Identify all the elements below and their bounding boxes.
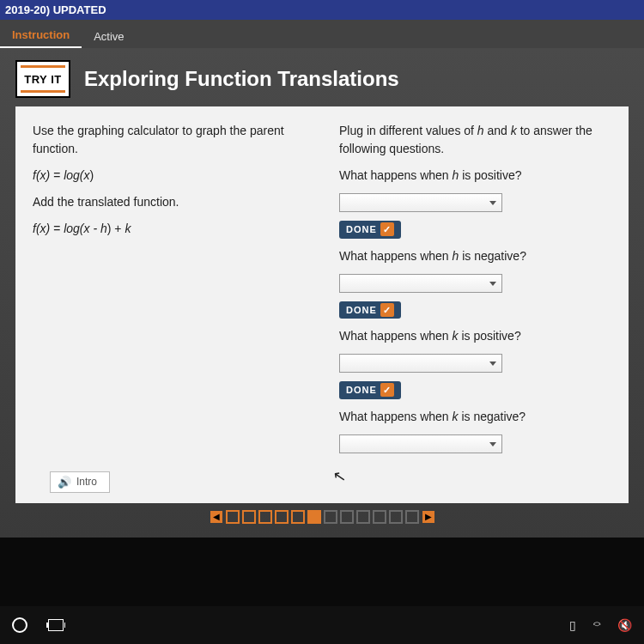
lesson-frame: TRY IT Exploring Function Translations U…: [0, 48, 644, 538]
cortana-icon[interactable]: [12, 617, 27, 633]
pager-step-4[interactable]: [275, 510, 289, 524]
pager-step-10[interactable]: [373, 510, 386, 524]
tab-instruction[interactable]: Instruction: [0, 23, 82, 48]
pager-step-6[interactable]: [307, 510, 321, 524]
wifi-icon[interactable]: ⌔: [593, 618, 600, 632]
tryit-badge: TRY IT: [15, 60, 70, 98]
check-icon: ✓: [380, 222, 394, 236]
question-k-positive: What happens when k is positive?: [339, 327, 611, 345]
done-badge-3[interactable]: DONE✓: [339, 381, 401, 399]
equation-parent: f(x) = log(x): [33, 167, 305, 185]
question-h-negative: What happens when h is negative?: [339, 247, 611, 265]
instruction-text-2: Add the translated function.: [33, 193, 305, 211]
windows-taskbar: ▯ ⌔ 🔇: [0, 606, 644, 644]
pager-step-1[interactable]: [226, 510, 240, 524]
dropdown-k-negative[interactable]: [339, 434, 502, 453]
intro-button[interactable]: 🔊 Intro: [50, 471, 110, 493]
volume-icon[interactable]: 🔇: [617, 618, 632, 632]
title-bar: TRY IT Exploring Function Translations: [0, 48, 644, 106]
tab-bar: Instruction Active: [0, 20, 644, 48]
question-h-positive: What happens when h is positive?: [339, 167, 611, 185]
pager-step-8[interactable]: [340, 510, 354, 524]
pager-step-11[interactable]: [389, 510, 403, 524]
tab-active[interactable]: Active: [82, 25, 136, 48]
pager: ◀ ▶: [0, 503, 644, 531]
pager-step-5[interactable]: [291, 510, 305, 524]
pager-prev[interactable]: ◀: [210, 511, 222, 523]
question-k-negative: What happens when k is negative?: [339, 408, 611, 426]
content-panel: Use the graphing calculator to graph the…: [15, 106, 629, 503]
pager-step-9[interactable]: [356, 510, 370, 524]
pager-next[interactable]: ▶: [422, 511, 434, 523]
speaker-icon: 🔊: [58, 476, 71, 489]
dropdown-h-negative[interactable]: [339, 274, 502, 293]
right-column: Plug in different values of h and k to a…: [339, 122, 611, 460]
course-banner: 2019-20) UPDATED: [0, 0, 644, 20]
dropdown-h-positive[interactable]: [339, 193, 502, 212]
dropdown-k-positive[interactable]: [339, 354, 502, 373]
pager-step-3[interactable]: [258, 510, 272, 524]
pager-step-7[interactable]: [324, 510, 337, 524]
right-intro: Plug in different values of h and k to a…: [339, 122, 611, 158]
left-column: Use the graphing calculator to graph the…: [33, 122, 305, 460]
pager-step-2[interactable]: [242, 510, 256, 524]
check-icon: ✓: [380, 383, 394, 397]
done-badge-1[interactable]: DONE✓: [339, 221, 401, 239]
cursor-icon: ↖: [331, 466, 348, 487]
instruction-text-1: Use the graphing calculator to graph the…: [33, 122, 305, 158]
check-icon: ✓: [380, 303, 394, 317]
taskview-icon[interactable]: [48, 619, 64, 631]
done-badge-2[interactable]: DONE✓: [339, 301, 401, 319]
lesson-title: Exploring Function Translations: [84, 67, 399, 91]
battery-icon[interactable]: ▯: [569, 618, 576, 632]
equation-translated: f(x) = log(x - h) + k: [33, 220, 305, 238]
pager-step-12[interactable]: [405, 510, 419, 524]
